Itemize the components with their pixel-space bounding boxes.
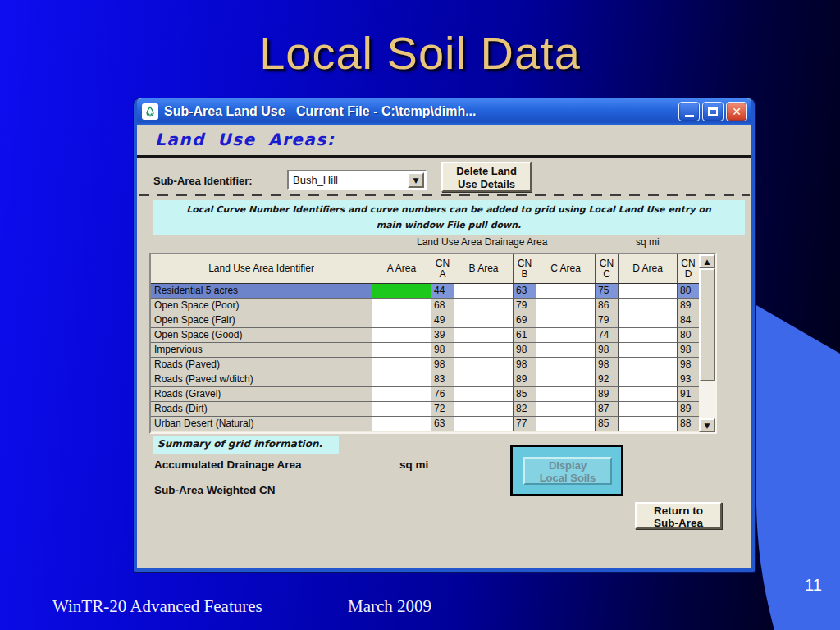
cell-cn-b[interactable]: 77	[514, 417, 536, 431]
cell-d-area[interactable]	[619, 402, 678, 417]
cell-a-area[interactable]	[372, 372, 431, 387]
cell-c-area[interactable]	[536, 299, 596, 313]
cell-cn-d[interactable]: 89	[678, 299, 699, 313]
maximize-button[interactable]	[702, 102, 724, 121]
cell-cn-a[interactable]: 98	[431, 343, 454, 358]
column-header[interactable]: CN C	[596, 254, 619, 283]
cell-d-area[interactable]	[619, 372, 678, 387]
scroll-down-icon[interactable]: ▼	[699, 418, 715, 432]
scrollbar-thumb[interactable]	[699, 268, 715, 381]
cell-cn-a[interactable]: 44	[431, 284, 454, 299]
cell-a-area[interactable]	[372, 313, 431, 328]
cell-c-area[interactable]	[536, 417, 596, 431]
cell-a-area[interactable]	[372, 358, 431, 372]
column-header[interactable]: CN D	[678, 254, 699, 283]
table-scrollbar[interactable]: ▲ ▼	[699, 254, 715, 432]
cell-c-area[interactable]	[536, 343, 596, 358]
cell-c-area[interactable]	[536, 372, 596, 387]
column-header[interactable]: B Area	[454, 254, 514, 283]
column-header[interactable]: CN A	[431, 254, 454, 283]
cell-b-area[interactable]	[454, 299, 514, 313]
cell-d-area[interactable]	[619, 313, 678, 328]
cell-cn-b[interactable]: 89	[514, 372, 536, 387]
cell-b-area[interactable]	[454, 417, 514, 431]
cell-a-area[interactable]	[372, 328, 431, 343]
column-header[interactable]: A Area	[372, 254, 431, 283]
cell-cn-b[interactable]: 61	[514, 328, 536, 343]
cell-identifier[interactable]: Open Space (Poor)	[151, 299, 372, 313]
close-button[interactable]: ✕	[726, 102, 747, 121]
cell-d-area[interactable]	[619, 387, 678, 402]
cell-d-area[interactable]	[619, 328, 678, 343]
scroll-up-icon[interactable]: ▲	[699, 254, 715, 268]
cell-cn-d[interactable]: 91	[678, 387, 699, 402]
display-local-soils-button[interactable]: Display Local Soils	[523, 457, 612, 485]
cell-cn-a[interactable]: 63	[431, 417, 454, 431]
return-to-subarea-button[interactable]: Return to Sub-Area	[635, 502, 722, 529]
cell-cn-b[interactable]: 82	[514, 402, 536, 417]
cell-a-area[interactable]	[372, 343, 431, 358]
cell-c-area[interactable]	[536, 313, 596, 328]
cell-b-area[interactable]	[454, 358, 514, 372]
cell-identifier[interactable]: Open Space (Good)	[151, 328, 372, 343]
cell-a-area[interactable]	[372, 402, 431, 417]
cell-identifier[interactable]: Residential 5 acres	[151, 284, 372, 299]
column-header[interactable]: C Area	[536, 254, 596, 283]
cell-cn-c[interactable]: 98	[596, 358, 619, 372]
cell-cn-c[interactable]: 79	[596, 313, 619, 328]
cell-cn-a[interactable]: 72	[431, 402, 454, 417]
cell-c-area[interactable]	[536, 358, 596, 372]
cell-cn-d[interactable]: 89	[678, 402, 699, 417]
cell-c-area[interactable]	[536, 387, 596, 402]
cell-cn-d[interactable]: 98	[678, 343, 699, 358]
column-header[interactable]: Land Use Area Identifier	[151, 254, 372, 283]
column-header[interactable]: CN B	[514, 254, 536, 283]
cell-identifier[interactable]: Urban Desert (Natural)	[151, 417, 372, 431]
cell-cn-b[interactable]: 79	[514, 299, 536, 313]
cell-cn-d[interactable]: 80	[678, 328, 699, 343]
cell-identifier[interactable]: Roads (Gravel)	[151, 387, 372, 402]
cell-cn-a[interactable]: 49	[431, 313, 454, 328]
cell-cn-a[interactable]: 76	[431, 387, 454, 402]
cell-cn-b[interactable]: 63	[514, 284, 536, 299]
cell-cn-c[interactable]: 85	[596, 417, 619, 431]
cell-cn-c[interactable]: 74	[596, 328, 619, 343]
cell-b-area[interactable]	[454, 328, 514, 343]
column-header[interactable]: D Area	[619, 254, 678, 283]
cell-identifier[interactable]: Open Space (Fair)	[151, 313, 372, 328]
cell-d-area[interactable]	[619, 417, 678, 431]
cell-cn-b[interactable]: 98	[514, 358, 536, 372]
cell-d-area[interactable]	[619, 299, 678, 313]
minimize-button[interactable]	[678, 102, 700, 121]
cell-cn-a[interactable]: 68	[431, 299, 454, 313]
cell-cn-c[interactable]: 98	[596, 343, 619, 358]
cell-cn-d[interactable]: 98	[678, 358, 699, 372]
subarea-identifier-dropdown[interactable]: Bush_Hill ▼	[287, 170, 427, 190]
cell-identifier[interactable]: Impervious	[151, 343, 372, 358]
cell-c-area[interactable]	[536, 402, 596, 417]
cell-cn-d[interactable]: 93	[678, 372, 699, 387]
cell-cn-a[interactable]: 39	[431, 328, 454, 343]
cell-identifier[interactable]: Roads (Paved)	[151, 358, 372, 372]
cell-cn-b[interactable]: 85	[514, 387, 536, 402]
cell-cn-c[interactable]: 92	[596, 372, 619, 387]
cell-identifier[interactable]: Roads (Dirt)	[151, 402, 372, 417]
cell-a-area[interactable]	[372, 299, 431, 313]
cell-d-area[interactable]	[619, 284, 678, 299]
cell-b-area[interactable]	[454, 387, 514, 402]
cell-cn-c[interactable]: 86	[596, 299, 619, 313]
cell-c-area[interactable]	[536, 328, 596, 343]
cell-cn-a[interactable]: 98	[431, 358, 454, 372]
cell-cn-a[interactable]: 83	[431, 372, 454, 387]
cell-b-area[interactable]	[454, 343, 514, 358]
cell-cn-d[interactable]: 88	[678, 417, 699, 431]
cell-a-area[interactable]	[372, 417, 431, 431]
cell-c-area[interactable]	[536, 284, 596, 299]
cell-b-area[interactable]	[454, 284, 514, 299]
cell-d-area[interactable]	[619, 343, 678, 358]
cell-b-area[interactable]	[454, 313, 514, 328]
cell-cn-d[interactable]: 84	[678, 313, 699, 328]
land-use-grid[interactable]: ▲ ▼ Land Use Area IdentifierA AreaCN AB …	[149, 253, 717, 434]
cell-d-area[interactable]	[619, 358, 678, 372]
cell-cn-d[interactable]: 80	[678, 284, 699, 299]
